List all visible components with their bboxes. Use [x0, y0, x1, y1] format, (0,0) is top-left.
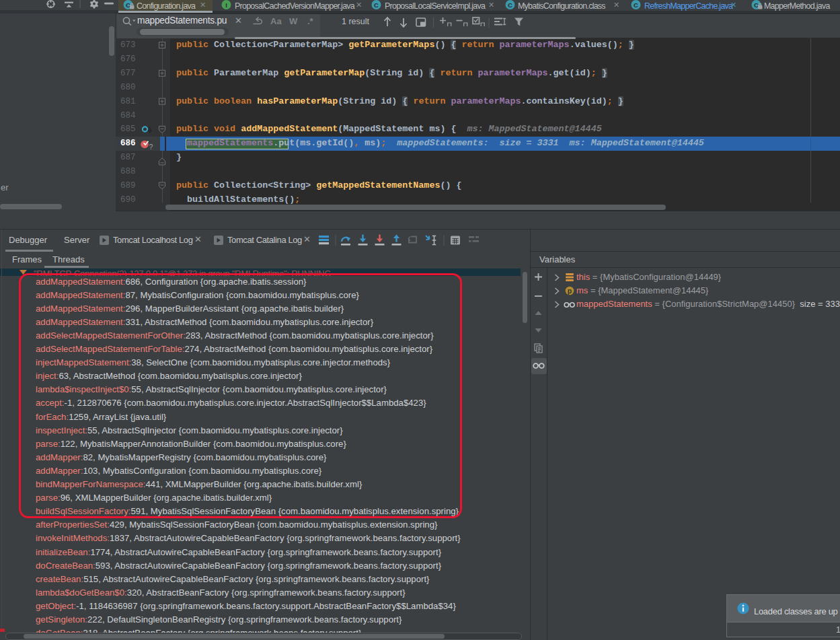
svg-text:C: C	[374, 1, 379, 9]
svg-text:?: ?	[149, 142, 153, 150]
svg-text:C: C	[634, 1, 638, 9]
svg-text:p: p	[568, 286, 572, 294]
svg-text:C: C	[508, 1, 512, 9]
svg-text:I: I	[225, 1, 227, 9]
